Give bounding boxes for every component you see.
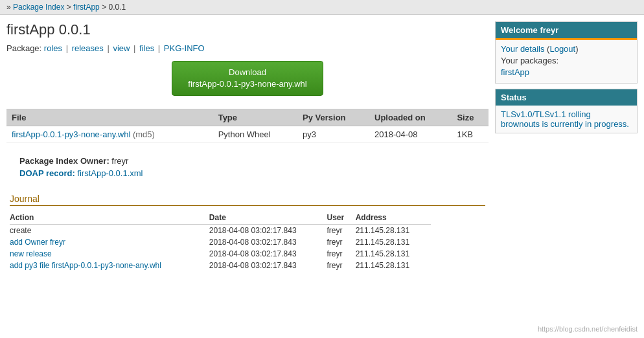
pipe-2: | [107, 43, 111, 53]
journal-header-row: Action Date User Address [10, 211, 431, 225]
doap-link[interactable]: firstApp-0.0.1.xml [77, 168, 143, 178]
your-details-line: Your details (Logout) [501, 44, 632, 54]
files-table: File Type Py Version Uploaded on Size fi… [6, 109, 489, 143]
cell-size: 1KB [452, 126, 489, 143]
files-table-header-row: File Type Py Version Uploaded on Size [6, 109, 489, 126]
nav-link-roles[interactable]: roles [44, 43, 62, 53]
journal-cell-user: freyr [327, 225, 356, 237]
download-section: Download firstApp-0.0.1-py3-none-any.whl [6, 61, 489, 96]
journal-cell-address: 211.145.28.131 [356, 260, 431, 271]
doap-line: DOAP record: firstApp-0.0.1.xml [19, 168, 476, 178]
files-table-body: firstApp-0.0.1-py3-none-any.whl (md5) Py… [6, 126, 489, 143]
cell-type: Python Wheel [213, 126, 297, 143]
package-info: Package Index Owner: freyr DOAP record: … [6, 153, 489, 184]
col-header-uploaded-on: Uploaded on [369, 109, 452, 126]
logout-link[interactable]: Logout [549, 44, 575, 54]
breadcrumb-separator: » [6, 3, 13, 12]
breadcrumb-link-firstapp[interactable]: firstApp [73, 3, 100, 12]
journal-cell-date: 2018-04-08 03:02:17.843 [209, 225, 327, 237]
journal-section: Journal Action Date User Address create … [6, 194, 489, 271]
cell-py-version: py3 [297, 126, 369, 143]
welcome-box: Welcome freyr Your details (Logout) Your… [495, 21, 638, 84]
journal-table-body: create 2018-04-08 03:02:17.843 freyr 211… [10, 225, 431, 272]
journal-col-user: User [327, 211, 356, 225]
welcome-content: Your details (Logout) Your packages: fir… [496, 40, 637, 83]
file-link[interactable]: firstApp-0.0.1-py3-none-any.whl [12, 130, 130, 139]
col-header-size: Size [452, 109, 489, 126]
col-header-type: Type [213, 109, 297, 126]
your-details-link[interactable]: Your details [501, 44, 544, 54]
journal-cell-address: 211.145.28.131 [356, 236, 431, 248]
journal-cell-user: freyr [327, 236, 356, 248]
status-link[interactable]: TLSv1.0/TLSv1.1 rolling brownouts is cur… [501, 109, 629, 129]
file-extra: (md5) [133, 130, 155, 139]
your-packages-label: Your packages: [501, 56, 632, 65]
journal-cell-date: 2018-04-08 03:02:17.843 [209, 260, 327, 271]
journal-cell-action: add py3 file firstApp-0.0.1-py3-none-any… [10, 260, 209, 271]
doap-label: DOAP record: [19, 168, 75, 178]
welcome-header: Welcome freyr [496, 22, 637, 38]
journal-row: add py3 file firstApp-0.0.1-py3-none-any… [10, 260, 431, 271]
breadcrumb-link-package-index[interactable]: Package Index [13, 3, 64, 12]
breadcrumb-arrow-2: > [102, 3, 108, 12]
journal-col-date: Date [209, 211, 327, 225]
package-nav: Package: roles | releases | view | files… [6, 43, 489, 53]
package-label: Package: [6, 43, 41, 53]
journal-cell-date: 2018-04-08 03:02:17.843 [209, 248, 327, 260]
journal-cell-address: 211.145.28.131 [356, 248, 431, 260]
journal-row: new release 2018-04-08 03:02:17.843 frey… [10, 248, 431, 260]
journal-cell-user: freyr [327, 260, 356, 271]
journal-col-action: Action [10, 211, 209, 225]
breadcrumb-current: 0.0.1 [108, 3, 126, 12]
journal-col-address: Address [356, 211, 431, 225]
nav-link-view[interactable]: view [113, 43, 130, 53]
page-title: firstApp 0.0.1 [6, 21, 489, 38]
table-row: firstApp-0.0.1-py3-none-any.whl (md5) Py… [6, 126, 489, 143]
journal-cell-action: add Owner freyr [10, 236, 209, 248]
owner-line: Package Index Owner: freyr [19, 156, 476, 166]
nav-link-files[interactable]: files [139, 43, 154, 53]
col-header-py-version: Py Version [297, 109, 369, 126]
journal-cell-action: create [10, 225, 209, 237]
pipe-3: | [133, 43, 138, 53]
col-header-file: File [6, 109, 213, 126]
owner-value: freyr [111, 156, 128, 166]
status-content: TLSv1.0/TLSv1.1 rolling brownouts is cur… [496, 106, 637, 133]
download-label-line2: firstApp-0.0.1-py3-none-any.whl [188, 78, 306, 90]
journal-table: Action Date User Address create 2018-04-… [10, 211, 431, 271]
journal-row: create 2018-04-08 03:02:17.843 freyr 211… [10, 225, 431, 237]
journal-cell-date: 2018-04-08 03:02:17.843 [209, 236, 327, 248]
files-table-section: File Type Py Version Uploaded on Size fi… [6, 109, 489, 143]
journal-cell-action: new release [10, 248, 209, 260]
download-label-line1: Download [188, 67, 306, 78]
package-link[interactable]: firstApp [501, 67, 529, 77]
pipe-1: | [66, 43, 71, 53]
journal-row: add Owner freyr 2018-04-08 03:02:17.843 … [10, 236, 431, 248]
pipe-4: | [158, 43, 163, 53]
status-box: Status TLSv1.0/TLSv1.1 rolling brownouts… [495, 89, 638, 133]
breadcrumb-arrow-1: > [67, 3, 73, 12]
journal-cell-address: 211.145.28.131 [356, 225, 431, 237]
package-link-line: firstApp [501, 67, 632, 77]
sidebar: Welcome freyr Your details (Logout) Your… [495, 21, 638, 271]
cell-file: firstApp-0.0.1-py3-none-any.whl (md5) [6, 126, 213, 143]
download-button[interactable]: Download firstApp-0.0.1-py3-none-any.whl [172, 61, 323, 96]
nav-link-pkginfo[interactable]: PKG-INFO [164, 43, 205, 53]
status-header: Status [496, 89, 637, 106]
cell-uploaded-on: 2018-04-08 [369, 126, 452, 143]
owner-label: Package Index Owner: [19, 156, 109, 166]
breadcrumb-bar: » Package Index > firstApp > 0.0.1 [0, 0, 644, 15]
content-area: firstApp 0.0.1 Package: roles | releases… [6, 21, 489, 271]
journal-title: Journal [10, 194, 485, 206]
nav-link-releases[interactable]: releases [72, 43, 104, 53]
journal-cell-user: freyr [327, 248, 356, 260]
